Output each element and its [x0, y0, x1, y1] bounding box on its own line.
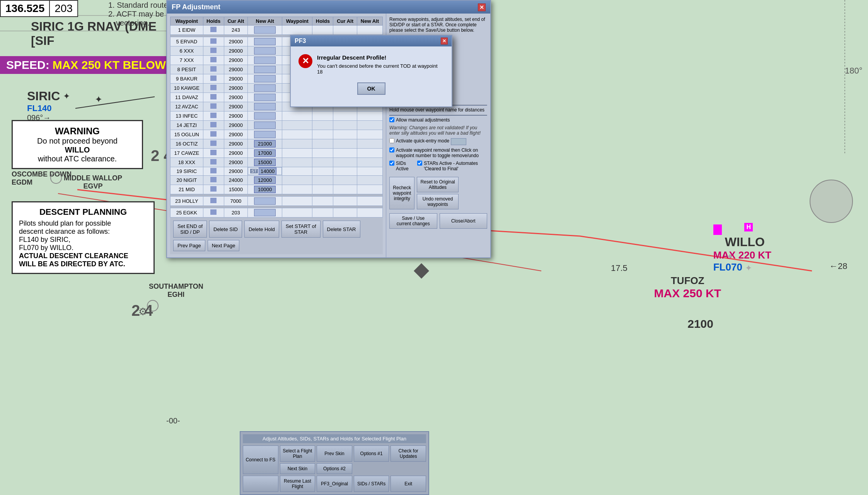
- fp-close-button[interactable]: ✕: [478, 3, 486, 11]
- descent-line3: FL140 by SIRIC,: [19, 236, 147, 244]
- stars-active-checkbox[interactable]: [417, 161, 422, 166]
- willo-star-2: ✦: [745, 263, 752, 273]
- warning-title: WARNING: [19, 126, 136, 137]
- fp-bottom-buttons: Set END ofSID / DP Delete SID Delete Hol…: [170, 218, 383, 254]
- quick-entry-checkbox[interactable]: [389, 138, 394, 143]
- delete-star-button[interactable]: Delete STAR: [323, 221, 360, 238]
- pf3-error-title: Irregular Descent Profile!: [317, 54, 444, 61]
- willo-h-marker: H: [744, 223, 753, 231]
- save-use-button[interactable]: Save / Usecurrent changes: [389, 213, 437, 229]
- siric-name: SIRIC: [27, 89, 60, 103]
- willo-label: H WILLO MAX 220 KT FL070: [713, 224, 771, 273]
- prev-page-button[interactable]: Prev Page: [173, 240, 205, 251]
- stars-active-label: STARs Active - Automates 'Cleared to Fin…: [424, 161, 487, 171]
- col-new-alt2: New Alt: [357, 17, 382, 26]
- pf3-title: PF3: [295, 38, 306, 45]
- sids-stars-button[interactable]: SIDs / STARs: [354, 476, 389, 492]
- allow-manual-label: Allow manual adjustments: [396, 117, 450, 123]
- button-row-1: Recheckwaypointintegrity Reset to Origin…: [389, 177, 487, 209]
- willo-star-1: ✦: [726, 252, 733, 262]
- allow-manual-checkbox-row: Allow manual adjustments: [389, 117, 487, 123]
- frequency-box: 136.525 203: [0, 0, 78, 17]
- sids-active-checkbox-row: SIDs Active STARs Active - Automates 'Cl…: [389, 161, 487, 171]
- gear-icon: ⚙: [138, 306, 147, 318]
- descent-line2: descent clearance as follows:: [19, 228, 147, 236]
- recheck-waypoint-button[interactable]: Recheckwaypointintegrity: [389, 177, 414, 209]
- waypoint-removal-label: Activate waypoint removal then Click on …: [396, 147, 487, 158]
- undo-removed-button[interactable]: Undo removedwaypoints: [417, 194, 458, 209]
- info-text-1: Remove waypoints, adjust altitudes, set …: [389, 17, 487, 33]
- table-row: 19 SIRIC 29000 ST: [171, 167, 383, 176]
- allow-manual-checkbox[interactable]: [389, 117, 394, 122]
- descent-planning-box: DESCENT PLANNING Pilots should plan for …: [12, 201, 155, 274]
- sids-active-label: SIDs Active: [396, 161, 413, 171]
- table-row: 21 MID 15000: [171, 185, 383, 194]
- warning-manual-text: Warning: Changes are not validated! If y…: [389, 125, 487, 136]
- quick-entry-toggle[interactable]: [451, 138, 466, 145]
- next-skin-button[interactable]: Next Skin: [280, 463, 315, 474]
- st-badge: ST: [250, 169, 258, 173]
- zero-marker: -00-: [166, 416, 180, 425]
- col-waypoint: Waypoint: [171, 17, 203, 26]
- willo-h-badge: H: [713, 224, 722, 235]
- descent-line1: Pilots should plan for possible: [19, 219, 147, 228]
- num-2100: 2100: [687, 317, 713, 331]
- descent-line4: FL070 by WILLO.: [19, 244, 147, 252]
- compass-circle: [50, 172, 62, 184]
- oscombe-label: OSCOMBE DOWN EGDM: [12, 170, 72, 187]
- table-row: 13 INFEC 29000: [171, 111, 383, 121]
- warning-line3: without ATC clearance.: [19, 154, 136, 163]
- button-row-2: Save / Usecurrent changes Close/Abort: [389, 213, 487, 229]
- pf3-body: ✕ Irregular Descent Profile! You can't d…: [291, 46, 452, 106]
- table-row: 23 HOLLY 7000: [171, 197, 383, 206]
- pf3-close-button[interactable]: ✕: [441, 38, 448, 45]
- delete-sid-button[interactable]: Delete SID: [209, 221, 242, 238]
- siric-star: ✦: [63, 91, 70, 101]
- options-2-button[interactable]: Options #2: [317, 463, 352, 474]
- pf3-original-button[interactable]: PF3_Original: [317, 476, 352, 492]
- willo-speed: MAX 220 KT: [713, 249, 771, 261]
- quick-entry-label: Activate quick-entry mode: [396, 138, 449, 144]
- close-abort-button[interactable]: Close/Abort: [440, 213, 488, 229]
- next-page-button[interactable]: Next Page: [208, 240, 240, 251]
- delete-hold-button[interactable]: Delete Hold: [244, 221, 279, 238]
- pf3-message-text: Irregular Descent Profile! You can't des…: [317, 54, 444, 75]
- table-row: 16 OCTIZ 29000: [171, 139, 383, 149]
- pf3-ok-button[interactable]: OK: [357, 82, 385, 95]
- pf3-error-message: You can't descend before the current TOD…: [317, 63, 444, 75]
- right-action-buttons: Recheckwaypointintegrity Reset to Origin…: [389, 175, 487, 231]
- fp-titlebar: FP Adjustment ✕: [167, 1, 490, 14]
- table-row: 25 EGKK 203: [171, 208, 383, 218]
- exit-button[interactable]: Exit: [391, 476, 426, 492]
- select-flight-plan-button[interactable]: Select a FlightPlan: [280, 445, 315, 462]
- col-waypoint2: Waypoint: [282, 17, 312, 26]
- speed-value: MAX 250 KT BELOW FL: [53, 58, 183, 72]
- table-row: 15 OGLUN 29000: [171, 130, 383, 139]
- descent-title: DESCENT PLANNING: [19, 207, 147, 217]
- descent-line6: WILL BE AS DIRECTED BY ATC.: [19, 260, 147, 268]
- col-cur-alt2: Cur Alt: [333, 17, 357, 26]
- col-holds2: Holds: [312, 17, 333, 26]
- descent-line5: ACTUAL DESCENT CLEARANCE: [19, 252, 147, 260]
- resume-last-flight-button[interactable]: Resume LastFlight: [280, 476, 315, 492]
- waypoint-removal-checkbox[interactable]: [389, 147, 394, 152]
- table-row: 14 JETZI 29000: [171, 121, 383, 130]
- connect-to-fs-button[interactable]: Connect to FS: [243, 445, 278, 474]
- check-updates-button[interactable]: Check forUpdates: [391, 445, 426, 462]
- pf3-message-area: ✕ Irregular Descent Profile! You can't d…: [298, 54, 444, 75]
- warning-line2: WILLO: [19, 146, 136, 154]
- placeholder-btn: [243, 476, 278, 492]
- set-end-sid-dp-button[interactable]: Set END ofSID / DP: [173, 221, 207, 238]
- table-row: 20 NIGIT 24000: [171, 176, 383, 185]
- bottom-panel: Adjust Altitudes, SIDs, STARs and Holds …: [240, 431, 429, 495]
- willo-fl: FL070: [713, 261, 771, 273]
- set-start-star-button[interactable]: Set START ofSTAR: [281, 221, 321, 238]
- error-icon: ✕: [298, 54, 312, 68]
- sids-active-checkbox[interactable]: [389, 161, 394, 166]
- reset-original-button[interactable]: Reset to OriginalAltitudes: [417, 177, 458, 192]
- options-1-button[interactable]: Options #1: [354, 445, 389, 462]
- speed-label: SPEED:: [6, 58, 49, 72]
- prev-skin-button[interactable]: Prev Skin: [317, 445, 352, 462]
- southampton-label: SOUTHAMPTON EGHI: [149, 283, 203, 299]
- bottom-panel-grid: Connect to FS Select a FlightPlan Prev S…: [243, 445, 426, 492]
